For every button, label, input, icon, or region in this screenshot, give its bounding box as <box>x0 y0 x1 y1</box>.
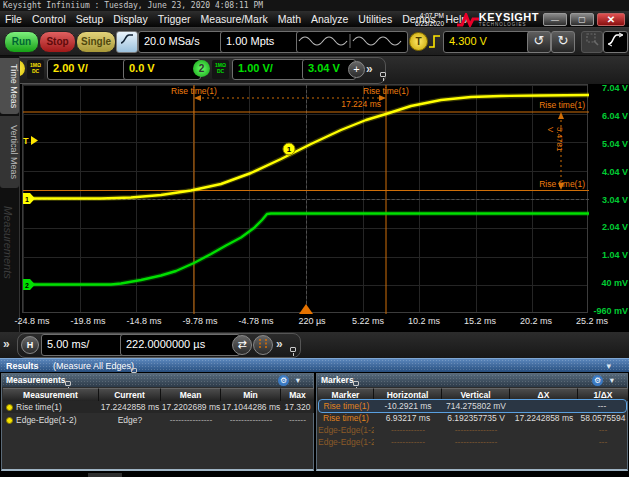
expand-sidebar-chevron[interactable]: » <box>3 334 10 354</box>
channel2-trace[interactable] <box>31 214 589 285</box>
menu-setup[interactable]: Setup <box>71 11 108 27</box>
tab-vertical-meas[interactable]: Vertical Meas <box>0 116 19 188</box>
x-axis-tick-3: -9.78 ms <box>176 316 224 326</box>
col-current[interactable]: Current <box>99 388 161 401</box>
rise-time-label-left: Rise time(1) <box>154 87 234 96</box>
col-measurement[interactable]: Measurement <box>3 388 99 401</box>
run-button[interactable]: Run <box>4 31 39 53</box>
markers-settings-icon[interactable]: ⚙ <box>592 375 603 386</box>
rise-time-label-right: Rise time(1) <box>346 87 426 96</box>
waveform-memory-icon[interactable] <box>116 31 138 53</box>
channel1-offset-field[interactable]: 0.0 V <box>123 59 201 80</box>
measurement2-current: Edge? <box>99 414 161 426</box>
channel2-coupling-badge[interactable]: 1MΩ DC <box>212 60 229 79</box>
measurement1-name: Rise time(1) <box>16 402 62 412</box>
marker3-dx <box>510 424 578 436</box>
measurements-collapse-icon[interactable]: ▾ <box>296 374 300 387</box>
menu-trigger[interactable]: Trigger <box>153 11 196 27</box>
tab-time-meas[interactable]: Time Meas <box>0 58 19 114</box>
redo-button[interactable]: ↻ <box>551 31 575 53</box>
results-title: Results <box>6 361 39 371</box>
markers-collapse-icon[interactable]: ▾ <box>610 374 614 387</box>
trigger-time-marker-icon[interactable] <box>299 304 313 314</box>
measurement2-mean: --------------- <box>161 414 221 426</box>
channel1-coupling-badge[interactable]: 1MΩ DC <box>27 60 44 79</box>
trigger-source-badge[interactable]: T <box>409 32 428 51</box>
marker1-name: Rise time(1) <box>319 400 374 412</box>
y-axis-tick-1: 6.04 V <box>586 111 628 121</box>
col-min[interactable]: Min <box>221 388 281 401</box>
taskbar-fragment <box>88 473 122 477</box>
marker3-name: Edge-Edge(1-2 <box>318 424 374 436</box>
trigger-level-marker-icon[interactable] <box>31 136 38 145</box>
channel1-scale-field[interactable]: 2.00 V/ <box>47 59 131 80</box>
y-axis-tick-7: 40 mV <box>586 278 628 288</box>
pin-measurements-icon[interactable] <box>65 381 71 386</box>
channel2-ground-marker-label: 2 <box>25 282 29 289</box>
menu-measure-mark[interactable]: Measure/Mark <box>196 11 273 27</box>
menu-math[interactable]: Math <box>273 11 306 27</box>
marker-row-selected[interactable]: Rise time(1) -10.2921 ms 714.275802 mV -… <box>319 400 626 412</box>
measurement-row[interactable]: Rise time(1) 17.2242858 ms 17.2202689 ms… <box>3 401 314 413</box>
measurements-header[interactable]: Measurements ⚙ ▾ <box>2 374 313 387</box>
y-axis-tick-0: 7.04 V <box>586 83 628 93</box>
rise-time-label-edge-bottom: Rise time(1) <box>505 180 585 189</box>
sidebar-watermark: Measurements <box>2 206 14 279</box>
results-collapse-icon[interactable]: ▾ <box>606 359 611 373</box>
results-title-bar[interactable]: Results (Measure All Edges) ▾ <box>0 358 629 372</box>
measurement1-mean: 17.2202689 ms <box>161 401 221 413</box>
col-max[interactable]: Max <box>281 388 314 401</box>
single-button[interactable]: Single <box>76 31 116 53</box>
waveform-canvas: T 1 2 1 <box>23 85 589 314</box>
waveform-display[interactable]: T 1 2 1 Rise time(1) Rise time(1) 17.224… <box>22 84 588 313</box>
expand-channels-chevron[interactable]: » <box>366 59 373 79</box>
marker1-horizontal: -10.2921 ms <box>374 400 442 412</box>
minimize-button[interactable]: — <box>543 13 567 26</box>
menu-control[interactable]: Control <box>27 11 71 27</box>
timebase-scale-field[interactable]: 5.00 ms/ <box>41 334 129 356</box>
menu-display[interactable]: Display <box>108 11 152 27</box>
brand-name: KEYSIGHT <box>479 12 539 22</box>
zoom-region-icon[interactable] <box>253 335 273 355</box>
marker1-invdx: --- <box>578 400 626 412</box>
markers-header[interactable]: Markers ⚙ ▾ <box>317 374 627 387</box>
trigger-level-field[interactable]: 4.300 V <box>443 31 535 53</box>
zoom-box-icon[interactable] <box>581 31 603 53</box>
channel2-scale-field[interactable]: 1.00 V/ <box>232 59 310 80</box>
menu-analyze[interactable]: Analyze <box>306 11 353 27</box>
menu-utilities[interactable]: Utilities <box>353 11 397 27</box>
measurements-settings-icon[interactable]: ⚙ <box>278 375 289 386</box>
waveform-tools-icon[interactable] <box>603 31 628 53</box>
maximize-button[interactable]: ▢ <box>570 13 594 26</box>
sample-rate-field[interactable]: 20.0 MSa/s <box>138 31 230 53</box>
undo-button[interactable]: ↺ <box>527 31 551 53</box>
channel2-trace-glow <box>31 214 589 285</box>
marker-row[interactable]: Rise time(1) 6.93217 ms 6.192357735 V 17… <box>318 412 628 424</box>
timebase-position-field[interactable]: 222.0000000 µs <box>120 334 240 356</box>
channel2-badge[interactable]: 2 <box>193 60 210 77</box>
marker4-dx <box>510 436 578 448</box>
pin-channels-icon[interactable] <box>380 72 386 77</box>
horizontal-sync-icon[interactable]: ⇄ <box>232 335 252 355</box>
close-button[interactable]: ✕ <box>597 13 625 26</box>
marker-row[interactable]: Edge-Edge(1-2 ------------ -------------… <box>318 436 628 448</box>
menu-file[interactable]: File <box>0 11 27 27</box>
channel1-ground-marker-label: 1 <box>25 196 29 203</box>
col-mean[interactable]: Mean <box>161 388 221 401</box>
expand-horizontal-chevron[interactable]: » <box>276 334 283 354</box>
memory-depth-field[interactable]: 1.00 Mpts <box>220 31 304 53</box>
y-axis-tick-8: -960 mV <box>586 306 628 316</box>
stop-button[interactable]: Stop <box>39 31 76 53</box>
marker-row[interactable]: Edge-Edge(1-2 ------------ -------------… <box>318 424 628 436</box>
measurement-sidebar: Time Meas Vertical Meas Measurements <box>0 56 20 332</box>
measurement2-min: --------------- <box>221 414 281 426</box>
pin-horizontal-icon[interactable] <box>290 347 296 352</box>
horizontal-badge[interactable]: H <box>21 336 39 354</box>
measurement1-max: 17.320 <box>281 401 314 413</box>
measurement-row[interactable]: Edge-Edge(1-2) Edge? --------------- ---… <box>3 414 314 426</box>
y-axis-tick-5: 2.04 V <box>586 222 628 232</box>
pin-markers-icon[interactable] <box>353 381 359 386</box>
results-subtitle: (Measure All Edges) <box>53 361 134 371</box>
add-channel-button[interactable]: + <box>348 61 365 78</box>
measurement1-min: 17.1044286 ms <box>221 401 281 413</box>
